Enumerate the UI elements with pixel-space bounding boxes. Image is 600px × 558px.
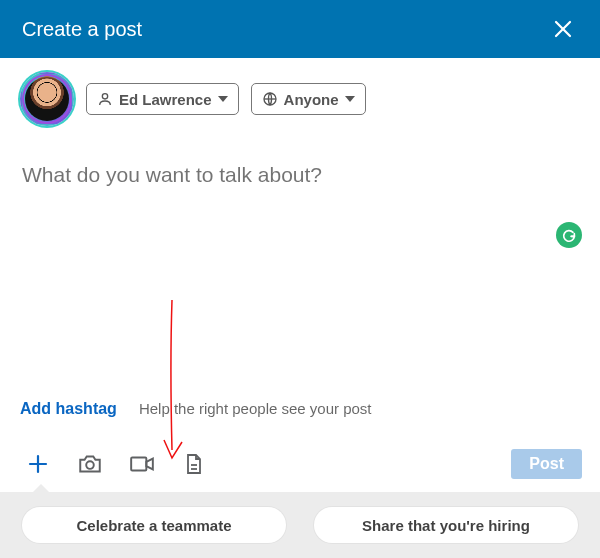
close-icon <box>553 19 573 39</box>
video-icon <box>129 451 155 477</box>
hashtag-help-text: Help the right people see your post <box>139 400 372 417</box>
hashtag-row: Add hashtag Help the right people see yo… <box>20 400 372 418</box>
plus-icon <box>26 452 50 476</box>
post-button[interactable]: Post <box>511 449 582 479</box>
avatar[interactable] <box>20 72 74 126</box>
add-document-button[interactable] <box>168 440 220 488</box>
svg-rect-7 <box>131 458 146 471</box>
globe-icon <box>262 91 278 107</box>
author-name: Ed Lawrence <box>119 91 212 108</box>
suggestion-hiring[interactable]: Share that you're hiring <box>314 507 578 543</box>
add-hashtag-button[interactable]: Add hashtag <box>20 400 117 418</box>
chevron-down-icon <box>218 96 228 102</box>
compose-area <box>0 126 600 188</box>
close-button[interactable] <box>546 12 580 46</box>
visibility-label: Anyone <box>284 91 339 108</box>
person-icon <box>97 91 113 107</box>
author-row: Ed Lawrence Anyone <box>0 58 600 126</box>
add-photo-button[interactable] <box>64 440 116 488</box>
visibility-selector[interactable]: Anyone <box>251 83 366 115</box>
svg-point-6 <box>86 461 94 469</box>
grammarly-icon <box>561 227 577 243</box>
chevron-down-icon <box>345 96 355 102</box>
dialog-header: Create a post <box>0 0 600 58</box>
add-more-button[interactable] <box>12 440 64 488</box>
add-video-button[interactable] <box>116 440 168 488</box>
suggestion-celebrate[interactable]: Celebrate a teammate <box>22 507 286 543</box>
suggestion-caret <box>32 484 50 493</box>
dialog-title: Create a post <box>22 18 142 41</box>
suggestion-bar: Celebrate a teammate Share that you're h… <box>0 492 600 558</box>
svg-point-2 <box>102 94 107 99</box>
author-selector[interactable]: Ed Lawrence <box>86 83 239 115</box>
post-text-input[interactable] <box>20 162 584 188</box>
media-toolbar: Post <box>0 440 600 488</box>
document-icon <box>182 452 206 476</box>
camera-icon <box>77 451 103 477</box>
grammarly-badge[interactable] <box>556 222 582 248</box>
